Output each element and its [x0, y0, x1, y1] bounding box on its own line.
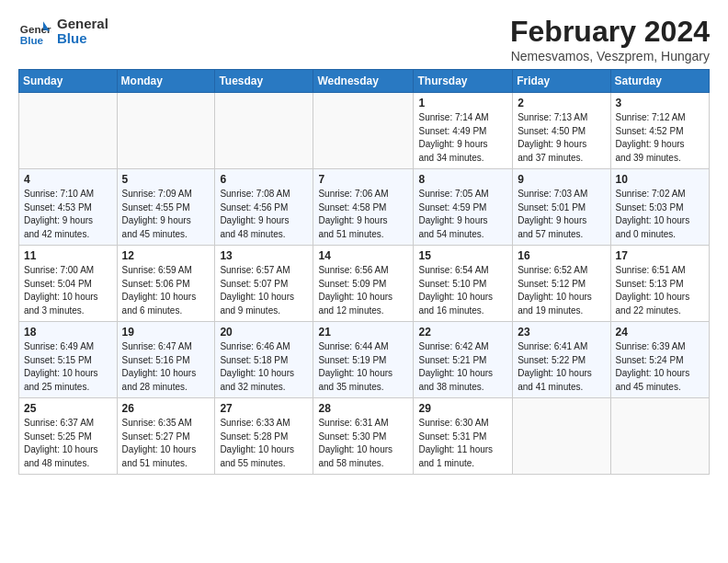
calendar-cell: 14Sunrise: 6:56 AM Sunset: 5:09 PM Dayli…	[313, 246, 414, 322]
calendar-week-0: 1Sunrise: 7:14 AM Sunset: 4:49 PM Daylig…	[19, 93, 710, 169]
calendar-cell	[117, 93, 215, 169]
day-number: 23	[518, 326, 605, 339]
day-info: Sunrise: 6:37 AM Sunset: 5:25 PM Dayligh…	[24, 417, 112, 470]
calendar-cell: 28Sunrise: 6:31 AM Sunset: 5:30 PM Dayli…	[313, 398, 414, 475]
day-number: 6	[220, 173, 308, 186]
day-info: Sunrise: 6:47 AM Sunset: 5:16 PM Dayligh…	[122, 340, 210, 394]
day-info: Sunrise: 6:42 AM Sunset: 5:21 PM Dayligh…	[418, 340, 507, 394]
calendar-header-row: SundayMondayTuesdayWednesdayThursdayFrid…	[19, 70, 710, 93]
day-info: Sunrise: 6:49 AM Sunset: 5:15 PM Dayligh…	[24, 340, 112, 394]
calendar-cell: 20Sunrise: 6:46 AM Sunset: 5:18 PM Dayli…	[215, 322, 313, 398]
calendar-cell: 7Sunrise: 7:06 AM Sunset: 4:58 PM Daylig…	[313, 169, 414, 246]
calendar-cell: 22Sunrise: 6:42 AM Sunset: 5:21 PM Dayli…	[414, 322, 513, 398]
day-number: 16	[518, 249, 605, 262]
calendar-table: SundayMondayTuesdayWednesdayThursdayFrid…	[18, 69, 710, 475]
day-number: 24	[616, 326, 704, 339]
calendar-week-4: 25Sunrise: 6:37 AM Sunset: 5:25 PM Dayli…	[19, 398, 710, 475]
calendar-cell: 6Sunrise: 7:08 AM Sunset: 4:56 PM Daylig…	[215, 169, 313, 246]
day-info: Sunrise: 6:46 AM Sunset: 5:18 PM Dayligh…	[220, 340, 308, 394]
day-info: Sunrise: 7:05 AM Sunset: 4:59 PM Dayligh…	[418, 188, 507, 241]
day-number: 15	[418, 249, 507, 262]
header-monday: Monday	[117, 70, 215, 93]
day-number: 26	[122, 402, 210, 415]
calendar-cell: 24Sunrise: 6:39 AM Sunset: 5:24 PM Dayli…	[610, 322, 709, 398]
calendar-week-2: 11Sunrise: 7:00 AM Sunset: 5:04 PM Dayli…	[19, 246, 710, 322]
day-info: Sunrise: 6:39 AM Sunset: 5:24 PM Dayligh…	[616, 340, 704, 394]
calendar-cell	[19, 93, 118, 169]
calendar-cell	[513, 398, 610, 475]
calendar-cell: 3Sunrise: 7:12 AM Sunset: 4:52 PM Daylig…	[610, 93, 709, 169]
day-info: Sunrise: 7:14 AM Sunset: 4:49 PM Dayligh…	[418, 111, 507, 165]
location: Nemesvamos, Veszprem, Hungary	[510, 49, 710, 63]
calendar-week-1: 4Sunrise: 7:10 AM Sunset: 4:53 PM Daylig…	[19, 169, 710, 246]
day-info: Sunrise: 7:02 AM Sunset: 5:03 PM Dayligh…	[616, 188, 704, 241]
svg-text:Blue: Blue	[20, 34, 44, 46]
header-saturday: Saturday	[610, 70, 709, 93]
day-info: Sunrise: 6:56 AM Sunset: 5:09 PM Dayligh…	[318, 264, 408, 317]
header-wednesday: Wednesday	[313, 70, 414, 93]
calendar-cell: 23Sunrise: 6:41 AM Sunset: 5:22 PM Dayli…	[513, 322, 610, 398]
day-number: 4	[24, 173, 112, 186]
calendar-cell: 8Sunrise: 7:05 AM Sunset: 4:59 PM Daylig…	[414, 169, 513, 246]
header-friday: Friday	[513, 70, 610, 93]
day-number: 9	[518, 173, 605, 186]
calendar-week-3: 18Sunrise: 6:49 AM Sunset: 5:15 PM Dayli…	[19, 322, 710, 398]
day-number: 10	[616, 173, 704, 186]
calendar-cell: 15Sunrise: 6:54 AM Sunset: 5:10 PM Dayli…	[414, 246, 513, 322]
calendar-cell: 18Sunrise: 6:49 AM Sunset: 5:15 PM Dayli…	[19, 322, 118, 398]
day-number: 29	[418, 402, 507, 415]
day-info: Sunrise: 7:08 AM Sunset: 4:56 PM Dayligh…	[220, 188, 308, 241]
day-number: 14	[318, 249, 408, 262]
day-info: Sunrise: 6:54 AM Sunset: 5:10 PM Dayligh…	[418, 264, 507, 317]
day-info: Sunrise: 6:31 AM Sunset: 5:30 PM Dayligh…	[318, 417, 408, 470]
day-number: 7	[318, 173, 408, 186]
day-number: 12	[122, 249, 210, 262]
calendar-cell: 11Sunrise: 7:00 AM Sunset: 5:04 PM Dayli…	[19, 246, 118, 322]
calendar-cell: 1Sunrise: 7:14 AM Sunset: 4:49 PM Daylig…	[414, 93, 513, 169]
day-number: 1	[418, 97, 507, 109]
day-number: 20	[220, 326, 308, 339]
day-number: 27	[220, 402, 308, 415]
header-tuesday: Tuesday	[215, 70, 313, 93]
day-number: 17	[616, 249, 704, 262]
day-info: Sunrise: 6:51 AM Sunset: 5:13 PM Dayligh…	[616, 264, 704, 317]
calendar-cell: 21Sunrise: 6:44 AM Sunset: 5:19 PM Dayli…	[313, 322, 414, 398]
day-number: 11	[24, 249, 112, 262]
logo-blue: Blue	[57, 31, 108, 47]
logo: General Blue General Blue	[18, 15, 108, 48]
calendar-cell: 16Sunrise: 6:52 AM Sunset: 5:12 PM Dayli…	[513, 246, 610, 322]
day-info: Sunrise: 7:09 AM Sunset: 4:55 PM Dayligh…	[122, 188, 210, 241]
logo-general: General	[57, 17, 108, 32]
calendar-cell: 9Sunrise: 7:03 AM Sunset: 5:01 PM Daylig…	[513, 169, 610, 246]
calendar-cell: 19Sunrise: 6:47 AM Sunset: 5:16 PM Dayli…	[117, 322, 215, 398]
header-sunday: Sunday	[19, 70, 118, 93]
day-number: 3	[616, 97, 704, 109]
day-info: Sunrise: 6:30 AM Sunset: 5:31 PM Dayligh…	[418, 417, 507, 470]
day-info: Sunrise: 7:06 AM Sunset: 4:58 PM Dayligh…	[318, 188, 408, 241]
calendar-cell: 4Sunrise: 7:10 AM Sunset: 4:53 PM Daylig…	[19, 169, 118, 246]
header: General Blue General Blue February 2024 …	[18, 15, 710, 63]
calendar-cell: 12Sunrise: 6:59 AM Sunset: 5:06 PM Dayli…	[117, 246, 215, 322]
calendar-cell: 10Sunrise: 7:02 AM Sunset: 5:03 PM Dayli…	[610, 169, 709, 246]
day-number: 19	[122, 326, 210, 339]
day-info: Sunrise: 7:03 AM Sunset: 5:01 PM Dayligh…	[518, 188, 605, 241]
calendar-cell	[313, 93, 414, 169]
logo-icon: General Blue	[18, 15, 51, 48]
calendar-cell: 17Sunrise: 6:51 AM Sunset: 5:13 PM Dayli…	[610, 246, 709, 322]
day-info: Sunrise: 7:10 AM Sunset: 4:53 PM Dayligh…	[24, 188, 112, 241]
calendar-cell: 13Sunrise: 6:57 AM Sunset: 5:07 PM Dayli…	[215, 246, 313, 322]
day-info: Sunrise: 7:13 AM Sunset: 4:50 PM Dayligh…	[518, 111, 605, 165]
day-number: 13	[220, 249, 308, 262]
day-info: Sunrise: 6:41 AM Sunset: 5:22 PM Dayligh…	[518, 340, 605, 394]
day-number: 18	[24, 326, 112, 339]
day-number: 28	[318, 402, 408, 415]
calendar-cell: 25Sunrise: 6:37 AM Sunset: 5:25 PM Dayli…	[19, 398, 118, 475]
calendar-cell: 26Sunrise: 6:35 AM Sunset: 5:27 PM Dayli…	[117, 398, 215, 475]
calendar-cell: 2Sunrise: 7:13 AM Sunset: 4:50 PM Daylig…	[513, 93, 610, 169]
calendar-cell	[610, 398, 709, 475]
month-title: February 2024	[510, 15, 710, 49]
day-number: 2	[518, 97, 605, 109]
day-info: Sunrise: 7:00 AM Sunset: 5:04 PM Dayligh…	[24, 264, 112, 317]
day-info: Sunrise: 6:52 AM Sunset: 5:12 PM Dayligh…	[518, 264, 605, 317]
day-number: 5	[122, 173, 210, 186]
